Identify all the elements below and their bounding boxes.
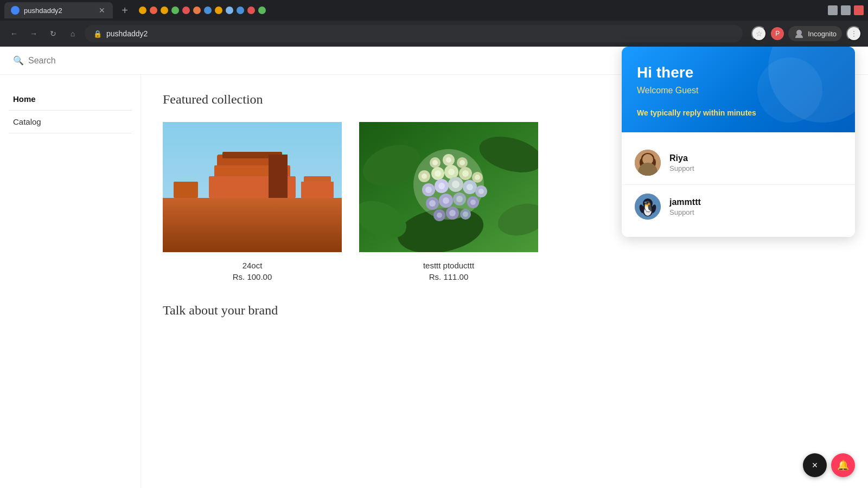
agent-avatar-riya xyxy=(635,150,661,176)
agent-name-jammttt: jammttt xyxy=(669,197,701,207)
svg-point-69 xyxy=(643,198,653,208)
menu-button[interactable]: ⋮ xyxy=(846,26,861,41)
svg-point-59 xyxy=(635,150,661,176)
bookmark-button[interactable]: ☆ xyxy=(751,26,767,41)
fab-notification-button[interactable]: 🔔 xyxy=(831,453,855,477)
brand-section-title: Talk about your brand xyxy=(163,303,846,318)
address-bar-row: ← → ↻ ⌂ 🔒 pushdaddy2 ☆ P Incognito ⋮ xyxy=(0,21,868,47)
agent-role-jammttt: Support xyxy=(669,208,701,216)
forward-button[interactable]: → xyxy=(26,26,41,41)
svg-point-36 xyxy=(425,187,432,193)
product-card-1[interactable]: 24oct Rs. 100.00 xyxy=(163,122,342,281)
svg-point-24 xyxy=(459,160,465,165)
svg-rect-11 xyxy=(174,182,198,198)
svg-point-61 xyxy=(642,156,653,167)
incognito-icon xyxy=(794,28,805,39)
chat-welcome-text: Welcome Guest xyxy=(637,86,840,95)
chat-header: Hi there Welcome Guest We typically repl… xyxy=(622,47,855,132)
svg-point-44 xyxy=(478,189,484,194)
product-price-1: Rs. 100.00 xyxy=(163,272,342,281)
agent-info-jammttt: jammttt Support xyxy=(669,197,701,216)
agent-name-riya: Riya xyxy=(669,153,694,163)
address-text: pushdaddy2 xyxy=(106,29,734,38)
svg-point-58 xyxy=(463,211,468,217)
svg-point-50 xyxy=(456,196,463,202)
browser-tab[interactable]: pushdaddy2 ✕ xyxy=(4,2,113,18)
extension-button-red[interactable]: P xyxy=(771,27,784,40)
product-card-2[interactable]: testtt ptoducttt Rs. 111.00 xyxy=(359,122,538,281)
svg-point-62 xyxy=(640,158,644,167)
incognito-label: Incognito xyxy=(808,30,837,38)
product-name-1: 24oct xyxy=(163,261,342,270)
svg-rect-64 xyxy=(646,166,650,170)
svg-point-26 xyxy=(422,174,427,179)
svg-point-65 xyxy=(639,169,656,176)
tab-close-button[interactable]: ✕ xyxy=(98,6,106,15)
sidebar: Home Catalog xyxy=(0,75,141,488)
product-image-1 xyxy=(163,122,342,252)
lock-icon: 🔒 xyxy=(93,30,102,38)
fab-area: × 🔔 xyxy=(803,453,855,477)
svg-point-42 xyxy=(467,184,473,190)
agent-role-riya: Support xyxy=(669,164,694,172)
svg-point-63 xyxy=(652,158,656,167)
brand-section: Talk about your brand xyxy=(163,303,846,318)
incognito-area[interactable]: Incognito xyxy=(788,26,842,41)
chat-widget: Hi there Welcome Guest We typically repl… xyxy=(622,47,855,237)
product-name-2: testtt ptoducttt xyxy=(359,261,538,270)
svg-point-68 xyxy=(644,206,652,216)
chat-agent-riya[interactable]: Riya Support xyxy=(622,141,855,185)
agent-info-riya: Riya Support xyxy=(669,153,694,172)
back-button[interactable]: ← xyxy=(7,26,22,41)
page: 🔍 Home Catalog Featured collection xyxy=(0,47,868,488)
svg-point-40 xyxy=(452,181,459,188)
svg-point-73 xyxy=(647,205,649,207)
svg-point-22 xyxy=(446,157,451,163)
svg-point-52 xyxy=(470,200,476,205)
svg-point-38 xyxy=(438,183,445,189)
svg-point-32 xyxy=(462,170,469,177)
svg-point-54 xyxy=(437,213,442,218)
reload-button[interactable]: ↻ xyxy=(46,26,61,41)
svg-point-46 xyxy=(429,200,436,207)
address-box[interactable]: 🔒 pushdaddy2 xyxy=(85,25,743,42)
new-tab-button[interactable]: + xyxy=(117,3,132,18)
svg-point-71 xyxy=(646,203,647,204)
svg-point-70 xyxy=(645,202,650,207)
svg-point-28 xyxy=(435,170,441,177)
chat-greeting: Hi there xyxy=(637,64,840,81)
tab-title: pushdaddy2 xyxy=(24,7,93,15)
svg-point-30 xyxy=(448,169,455,175)
browser-chrome: pushdaddy2 ✕ + xyxy=(0,0,868,21)
fab-close-button[interactable]: × xyxy=(803,453,827,477)
chat-agent-jammttt[interactable]: jammttt Support xyxy=(622,185,855,228)
sidebar-item-home[interactable]: Home xyxy=(9,88,132,111)
svg-point-34 xyxy=(475,175,480,180)
svg-point-60 xyxy=(641,153,654,164)
agent-avatar-jammttt xyxy=(635,194,661,220)
svg-point-20 xyxy=(432,160,438,165)
svg-point-48 xyxy=(443,197,449,204)
svg-rect-3 xyxy=(163,198,342,252)
product-price-2: Rs. 111.00 xyxy=(359,272,538,281)
svg-point-56 xyxy=(449,210,456,216)
chat-reply-time: We typically reply within minutes xyxy=(637,108,840,117)
product-image-2 xyxy=(359,122,538,252)
chat-agents-list: Riya Support xyxy=(622,132,855,237)
sidebar-item-catalog[interactable]: Catalog xyxy=(9,111,132,133)
home-button[interactable]: ⌂ xyxy=(65,26,80,41)
search-icon: 🔍 xyxy=(13,55,24,66)
browser-actions: ☆ P Incognito ⋮ xyxy=(751,26,861,41)
tab-favicon xyxy=(11,6,20,15)
svg-point-0 xyxy=(12,8,18,13)
svg-rect-10 xyxy=(301,182,334,198)
svg-rect-8 xyxy=(269,155,288,198)
svg-point-72 xyxy=(649,203,650,204)
